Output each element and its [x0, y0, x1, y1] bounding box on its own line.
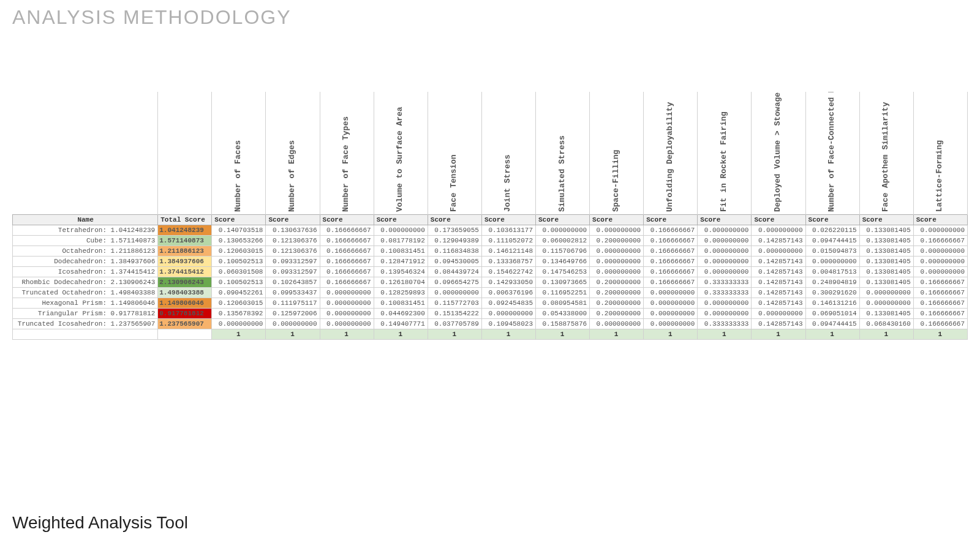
cell-1-0[interactable]: 0.130653266 [212, 235, 266, 246]
cell-0-5[interactable]: 0.103613177 [481, 225, 535, 235]
cell-5-9[interactable]: 0.333333333 [698, 277, 752, 287]
cell-4-8[interactable]: 0.166666667 [644, 266, 698, 277]
cell-9-10[interactable]: 0.142857143 [752, 318, 805, 329]
cell-3-6[interactable]: 0.134649766 [536, 256, 590, 266]
cell-7-5[interactable]: 0.092454835 [481, 298, 535, 308]
cell-2-12[interactable]: 0.133081405 [859, 246, 913, 256]
weight-5[interactable]: 1 [481, 329, 535, 339]
cell-9-5[interactable]: 0.109458023 [481, 318, 535, 329]
cell-9-2[interactable]: 0.000000000 [320, 318, 374, 329]
cell-9-9[interactable]: 0.333333333 [698, 318, 752, 329]
cell-1-8[interactable]: 0.166666667 [644, 235, 698, 246]
cell-5-10[interactable]: 0.142857143 [752, 277, 805, 287]
cell-0-9[interactable]: 0.000000000 [698, 225, 752, 235]
cell-1-11[interactable]: 0.094744415 [805, 235, 859, 246]
weight-10[interactable]: 1 [752, 329, 805, 339]
cell-1-3[interactable]: 0.081778192 [374, 235, 428, 246]
cell-5-2[interactable]: 0.166666667 [320, 277, 374, 287]
cell-7-6[interactable]: 0.080954581 [536, 298, 590, 308]
cell-9-4[interactable]: 0.037705789 [428, 318, 481, 329]
cell-6-8[interactable]: 0.000000000 [644, 287, 698, 298]
cell-3-13[interactable]: 0.000000000 [913, 256, 967, 266]
cell-3-4[interactable]: 0.094530005 [428, 256, 481, 266]
cell-6-7[interactable]: 0.200000000 [590, 287, 644, 298]
cell-6-2[interactable]: 0.000000000 [320, 287, 374, 298]
cell-6-11[interactable]: 0.300291620 [805, 287, 859, 298]
cell-9-0[interactable]: 0.000000000 [212, 318, 266, 329]
cell-3-7[interactable]: 0.000000000 [590, 256, 644, 266]
cell-8-13[interactable]: 0.166666667 [913, 308, 967, 318]
cell-6-4[interactable]: 0.000000000 [428, 287, 481, 298]
cell-8-1[interactable]: 0.125972006 [266, 308, 320, 318]
cell-0-10[interactable]: 0.000000000 [752, 225, 805, 235]
cell-8-11[interactable]: 0.069051014 [805, 308, 859, 318]
cell-7-1[interactable]: 0.111975117 [266, 298, 320, 308]
cell-0-8[interactable]: 0.166666667 [644, 225, 698, 235]
cell-0-0[interactable]: 0.140703518 [212, 225, 266, 235]
cell-7-10[interactable]: 0.142857143 [752, 298, 805, 308]
cell-1-13[interactable]: 0.166666667 [913, 235, 967, 246]
cell-5-3[interactable]: 0.126180704 [374, 277, 428, 287]
cell-6-3[interactable]: 0.128259893 [374, 287, 428, 298]
cell-5-12[interactable]: 0.133081405 [859, 277, 913, 287]
weight-7[interactable]: 1 [590, 329, 644, 339]
cell-1-10[interactable]: 0.142857143 [752, 235, 805, 246]
cell-2-11[interactable]: 0.015094873 [805, 246, 859, 256]
cell-5-1[interactable]: 0.102643857 [266, 277, 320, 287]
cell-7-12[interactable]: 0.000000000 [859, 298, 913, 308]
cell-4-10[interactable]: 0.142857143 [752, 266, 805, 277]
cell-6-12[interactable]: 0.000000000 [859, 287, 913, 298]
cell-9-8[interactable]: 0.000000000 [644, 318, 698, 329]
cell-5-11[interactable]: 0.248904819 [805, 277, 859, 287]
weight-3[interactable]: 1 [374, 329, 428, 339]
cell-0-12[interactable]: 0.133081405 [859, 225, 913, 235]
cell-8-3[interactable]: 0.044692300 [374, 308, 428, 318]
cell-9-6[interactable]: 0.158875876 [536, 318, 590, 329]
weight-0[interactable]: 1 [212, 329, 266, 339]
cell-0-13[interactable]: 0.000000000 [913, 225, 967, 235]
cell-3-0[interactable]: 0.100502513 [212, 256, 266, 266]
cell-1-2[interactable]: 0.166666667 [320, 235, 374, 246]
cell-2-13[interactable]: 0.000000000 [913, 246, 967, 256]
weight-12[interactable]: 1 [859, 329, 913, 339]
cell-8-7[interactable]: 0.200000000 [590, 308, 644, 318]
cell-7-7[interactable]: 0.200000000 [590, 298, 644, 308]
cell-2-2[interactable]: 0.166666667 [320, 246, 374, 256]
cell-6-0[interactable]: 0.090452261 [212, 287, 266, 298]
cell-3-12[interactable]: 0.133081405 [859, 256, 913, 266]
cell-5-6[interactable]: 0.130973665 [536, 277, 590, 287]
cell-1-9[interactable]: 0.000000000 [698, 235, 752, 246]
cell-2-9[interactable]: 0.000000000 [698, 246, 752, 256]
cell-4-0[interactable]: 0.060301508 [212, 266, 266, 277]
cell-9-13[interactable]: 0.166666667 [913, 318, 967, 329]
cell-2-5[interactable]: 0.146121148 [481, 246, 535, 256]
cell-1-4[interactable]: 0.129049389 [428, 235, 481, 246]
cell-8-2[interactable]: 0.000000000 [320, 308, 374, 318]
cell-8-10[interactable]: 0.000000000 [752, 308, 805, 318]
cell-6-1[interactable]: 0.099533437 [266, 287, 320, 298]
cell-5-4[interactable]: 0.096654275 [428, 277, 481, 287]
cell-7-3[interactable]: 0.100831451 [374, 298, 428, 308]
cell-0-3[interactable]: 0.000000000 [374, 225, 428, 235]
cell-4-5[interactable]: 0.154622742 [481, 266, 535, 277]
cell-4-11[interactable]: 0.004817513 [805, 266, 859, 277]
cell-1-1[interactable]: 0.121306376 [266, 235, 320, 246]
cell-4-6[interactable]: 0.147546253 [536, 266, 590, 277]
cell-8-5[interactable]: 0.000000000 [481, 308, 535, 318]
cell-5-5[interactable]: 0.142933050 [481, 277, 535, 287]
cell-4-4[interactable]: 0.084439724 [428, 266, 481, 277]
cell-4-9[interactable]: 0.000000000 [698, 266, 752, 277]
cell-6-6[interactable]: 0.116952251 [536, 287, 590, 298]
cell-7-9[interactable]: 0.000000000 [698, 298, 752, 308]
cell-7-11[interactable]: 0.146131216 [805, 298, 859, 308]
cell-4-13[interactable]: 0.000000000 [913, 266, 967, 277]
cell-5-13[interactable]: 0.166666667 [913, 277, 967, 287]
cell-6-10[interactable]: 0.142857143 [752, 287, 805, 298]
cell-0-7[interactable]: 0.000000000 [590, 225, 644, 235]
weight-8[interactable]: 1 [644, 329, 698, 339]
cell-0-6[interactable]: 0.000000000 [536, 225, 590, 235]
cell-4-7[interactable]: 0.000000000 [590, 266, 644, 277]
cell-8-6[interactable]: 0.054338000 [536, 308, 590, 318]
cell-8-8[interactable]: 0.000000000 [644, 308, 698, 318]
cell-1-7[interactable]: 0.200000000 [590, 235, 644, 246]
